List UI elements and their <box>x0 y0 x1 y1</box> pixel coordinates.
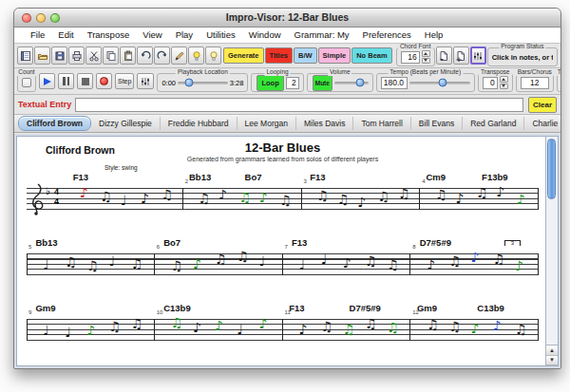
volume-slider[interactable] <box>334 82 369 84</box>
playback-slider[interactable] <box>178 82 228 84</box>
note-glyph[interactable]: ♫ <box>65 255 77 269</box>
midi-mixer-button[interactable] <box>137 73 154 89</box>
note-glyph[interactable]: ♪ <box>80 186 88 199</box>
note-glyph[interactable]: ♪ <box>218 188 227 201</box>
chord-symbol[interactable]: Bo7 <box>245 172 262 182</box>
tab-bill-evans[interactable]: Bill Evans <box>411 117 463 130</box>
tempo-slider-thumb[interactable] <box>438 79 446 87</box>
simple-button[interactable]: Simple <box>318 47 352 64</box>
note-glyph[interactable]: ♫ <box>321 320 333 333</box>
note-glyph[interactable]: ♪ <box>141 192 149 205</box>
staff-system-3[interactable]: 9Gm9♩♩♪♫♫10C13b9♫♪♪♩♪11F13D7#5#9♪♫♫♫♫12G… <box>27 304 539 364</box>
count-checkbox[interactable] <box>22 78 31 87</box>
tab-lee-morgan[interactable]: Lee Morgan <box>238 117 296 130</box>
redo-button[interactable] <box>154 47 170 65</box>
chord-symbol[interactable]: C13b9 <box>477 303 504 313</box>
note-glyph[interactable]: ♩ <box>121 194 127 207</box>
note-glyph[interactable]: ♪ <box>471 322 480 335</box>
chord-symbol[interactable]: F13 <box>73 172 88 182</box>
pause-button[interactable] <box>58 73 74 89</box>
clear-button[interactable]: Clear <box>528 97 557 113</box>
note-glyph[interactable]: ♫ <box>100 190 112 203</box>
menu-grammar-my[interactable]: Grammar: My <box>288 28 356 43</box>
note-glyph[interactable]: ♪ <box>343 256 352 270</box>
measure-6[interactable]: 6Bo7♫♪♫♫♩ <box>155 238 283 299</box>
measure-11[interactable]: 11F13D7#5#9♪♫♫♫♫ <box>283 304 411 364</box>
menu-edit[interactable]: Edit <box>51 28 80 43</box>
tab-tom-harrell[interactable]: Tom Harrell <box>353 117 410 130</box>
tab-freddie-hubbard[interactable]: Freddie Hubbard <box>161 117 238 130</box>
advice-bulb-on-button[interactable] <box>188 47 204 65</box>
note-glyph[interactable]: ♫ <box>198 192 210 205</box>
chord-symbol[interactable]: F13 <box>292 237 307 248</box>
open-folder-button[interactable] <box>34 47 50 65</box>
chord-symbol[interactable]: C13b9 <box>163 303 191 313</box>
chord-symbol[interactable]: Gm9 <box>417 303 437 313</box>
note-glyph[interactable]: ♫ <box>365 317 377 330</box>
note-glyph[interactable]: ♫ <box>378 190 390 203</box>
mute-button[interactable]: Mute <box>313 75 332 91</box>
chord-symbol[interactable]: D7#5#9 <box>420 237 451 248</box>
note-glyph[interactable]: ♪ <box>215 319 223 332</box>
menu-file[interactable]: File <box>24 28 51 43</box>
tab-charlie-parker[interactable]: Charlie Parker <box>524 117 560 130</box>
note-glyph[interactable]: ♫ <box>448 254 461 268</box>
minimize-icon[interactable] <box>36 13 46 23</box>
menu-window[interactable]: Window <box>242 28 288 43</box>
note-glyph[interactable]: ♫ <box>387 258 399 271</box>
note-glyph[interactable]: ♪ <box>455 192 464 205</box>
score-scrollbar[interactable]: ▲ ▼ <box>545 137 558 365</box>
record-button[interactable] <box>96 73 112 89</box>
volume-slider-thumb[interactable] <box>355 79 364 87</box>
measure-5[interactable]: 5Bb13♩♫♫♩♫ <box>27 238 155 299</box>
close-icon[interactable] <box>22 13 31 23</box>
playback-slider-thumb[interactable] <box>184 79 193 87</box>
chord-symbol[interactable]: F13b9 <box>482 172 507 182</box>
note-glyph[interactable]: ♪ <box>357 196 366 209</box>
textual-entry-input[interactable] <box>75 98 523 112</box>
note-glyph[interactable]: ♫ <box>215 252 227 266</box>
note-glyph[interactable]: ♫ <box>337 193 350 206</box>
note-glyph[interactable]: ♫ <box>131 317 143 330</box>
note-glyph[interactable]: ♩ <box>109 254 116 268</box>
measure-3[interactable]: 3F13♫♫♪♫♫ <box>302 173 421 233</box>
bars-chorus-field[interactable]: 12 <box>521 77 549 89</box>
tab-dizzy-gillespie[interactable]: Dizzy Gillespie <box>91 117 161 130</box>
chord-symbol[interactable]: F13 <box>310 172 325 182</box>
note-glyph[interactable]: ♫ <box>387 321 399 334</box>
note-glyph[interactable]: ♩ <box>237 323 243 336</box>
chord-symbol[interactable]: Gm9 <box>35 303 55 313</box>
chord-font-stepper[interactable] <box>422 50 430 64</box>
tempo-slider[interactable] <box>409 82 470 84</box>
tempo-field[interactable]: 180.0 <box>381 77 408 89</box>
measure-2[interactable]: 2Bb13Bo7♫♪♫♪♫ <box>183 173 302 233</box>
note-glyph[interactable]: ♪ <box>517 193 525 206</box>
menu-transpose[interactable]: Transpose <box>81 28 137 43</box>
chord-symbol[interactable]: Bb13 <box>189 172 211 182</box>
undo-button[interactable] <box>137 47 153 65</box>
tab-miles-davis[interactable]: Miles Davis <box>296 117 353 130</box>
note-glyph[interactable]: ♩ <box>321 252 328 266</box>
bw-button[interactable]: B/W <box>294 47 317 64</box>
note-glyph[interactable]: ♩ <box>65 326 71 339</box>
note-glyph[interactable]: ♪ <box>427 258 435 271</box>
note-glyph[interactable]: ♪ <box>259 191 268 204</box>
save-button[interactable] <box>51 47 67 65</box>
note-glyph[interactable]: ♪ <box>515 259 523 272</box>
loop-count-field[interactable]: 2 <box>286 77 299 89</box>
note-glyph[interactable]: ♫ <box>398 187 410 200</box>
chord-font-value[interactable]: 16 <box>401 51 420 64</box>
measure-8[interactable]: 8D7#5#93♪♫♪♫♪ <box>410 238 539 299</box>
note-glyph[interactable]: ♪ <box>298 323 307 336</box>
menu-play[interactable]: Play <box>169 28 200 43</box>
note-glyph[interactable]: ♩ <box>258 254 265 268</box>
note-glyph[interactable]: ♫ <box>171 259 183 272</box>
measure-10[interactable]: 10C13b9♫♪♪♩♪ <box>155 304 283 364</box>
tab-clifford-brown[interactable]: Clifford Brown <box>18 116 91 131</box>
note-glyph[interactable]: ♫ <box>162 188 174 201</box>
note-glyph[interactable]: ♪ <box>493 319 502 332</box>
note-glyph[interactable]: ♫ <box>427 318 439 331</box>
transpose-stepper[interactable] <box>500 76 508 89</box>
note-glyph[interactable]: ♪ <box>496 185 504 198</box>
new-document-button[interactable] <box>17 47 33 65</box>
